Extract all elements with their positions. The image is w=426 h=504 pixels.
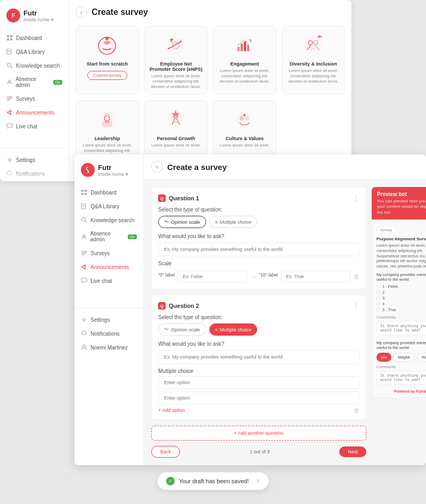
preview-title: Preview bot: [377, 191, 426, 197]
preview-options-list: 1 - False 2 3: [376, 284, 426, 312]
preview-powered-by: Powered by Futral: [376, 387, 426, 393]
template-card-enps[interactable]: Employee Net Promoter Score (eNPS) Lorem…: [144, 26, 208, 95]
preview-no-button[interactable]: No: [417, 353, 426, 362]
sidebar-item-surveys[interactable]: Surveys: [0, 92, 69, 105]
sidebar-item-dashboard[interactable]: Dashboard: [0, 31, 69, 45]
fg-sidebar-notifications[interactable]: Notifications: [75, 327, 143, 340]
preview-intro-text: Lorem ipsum dolor sit amet, consectetur …: [376, 243, 426, 269]
sidebar-item-settings[interactable]: Settings: [0, 153, 69, 167]
settings-icon: [6, 157, 13, 163]
question-card-2: Q Question 2 ⋮ Select the type of questi…: [151, 295, 366, 420]
fg-label-dashboard: Dashboard: [91, 190, 117, 196]
q2-ask-input[interactable]: [158, 350, 359, 364]
toast-close-button[interactable]: ×: [256, 477, 260, 485]
q2-add-option-button[interactable]: + Add option: [158, 408, 185, 413]
q1-multiple-choice-btn[interactable]: ≡ Multiple choice: [209, 216, 258, 228]
template-picker-main: ‹ Create survey Start from scratch Custo…: [69, 0, 351, 181]
fg-sidebar-announcements[interactable]: Announcements: [75, 260, 143, 274]
q1-scale-zero-input[interactable]: [178, 271, 247, 282]
q1-opinion-scale-btn[interactable]: 〜 Opinion scale: [158, 216, 206, 228]
fg-label-knowledge: Knowledge search: [91, 217, 134, 223]
sidebar-item-announcements[interactable]: Announcements: [0, 105, 69, 119]
fg-label-livechat: Live chat: [91, 278, 112, 284]
svg-line-52: [85, 221, 87, 223]
preview-q2-text: My company provides something useful to …: [376, 340, 426, 350]
fg-sidebar-settings[interactable]: Settings: [75, 313, 143, 327]
svg-point-30: [305, 36, 322, 53]
sidebar-item-user[interactable]: Noemi Martinez: [0, 181, 69, 181]
fg-back-button[interactable]: ‹: [151, 161, 163, 173]
fg-sidebar-qa[interactable]: Q&A Library: [75, 199, 143, 213]
custom-survey-button[interactable]: Custom survey: [87, 71, 127, 80]
svg-point-22: [171, 38, 173, 40]
q2-option-1-input[interactable]: [158, 376, 359, 389]
svg-rect-46: [81, 193, 84, 195]
q1-delete-button[interactable]: 🗑: [354, 273, 359, 280]
fg-sidebar-dashboard[interactable]: Dashboard: [75, 185, 143, 199]
fg-person-icon: [81, 233, 87, 240]
q2-delete-button[interactable]: 🗑: [354, 407, 359, 413]
svg-point-16: [9, 159, 11, 161]
fg-search-icon: [81, 217, 87, 223]
sidebar-item-knowledge[interactable]: Knowledge search: [0, 59, 69, 72]
q1-scale-ten-label: "10" label: [259, 272, 278, 278]
q2-type-label: Select the type of question:: [158, 314, 359, 320]
toast-notification: ✓ Your draft has been saved! ×: [157, 472, 269, 490]
svg-rect-55: [81, 253, 87, 254]
grid-icon: [6, 35, 13, 41]
svg-rect-3: [10, 38, 12, 40]
engagement-desc: Lorem ipsum dolor sit amet, consectetur …: [218, 68, 272, 84]
sidebar-item-notifications[interactable]: Notifications: [0, 167, 69, 181]
q1-more-button[interactable]: ⋮: [352, 194, 359, 202]
sidebar-item-livechat[interactable]: Live chat: [0, 119, 69, 133]
fg-sidebar-knowledge[interactable]: Knowledge search: [75, 213, 143, 227]
preview-maybe-button[interactable]: Maybe: [394, 353, 415, 362]
next-button[interactable]: Next: [339, 446, 366, 457]
preview-comments-input[interactable]: [376, 321, 426, 335]
sidebar-label-dashboard: Dashboard: [16, 35, 42, 41]
svg-point-58: [83, 319, 85, 321]
growth-icon: [160, 106, 192, 133]
engagement-icon: [229, 31, 261, 58]
fg-surveys-icon: [81, 250, 87, 256]
q2-opinion-scale-btn[interactable]: 〜 Opinion scale: [158, 323, 206, 336]
bg-brand-sub: Inside Acme ▾: [23, 17, 54, 22]
svg-rect-26: [241, 44, 243, 51]
engagement-name: Engagement: [218, 61, 272, 67]
q1-scale-ten-input[interactable]: [281, 271, 350, 282]
bg-page-header: ‹ Create survey: [76, 6, 345, 18]
svg-rect-12: [7, 100, 10, 101]
q2-multiple-choice-btn[interactable]: ≡ Multiple choice: [209, 323, 258, 336]
svg-point-41: [240, 116, 244, 120]
bg-back-button[interactable]: ‹: [76, 6, 87, 18]
preview-comments-label: Comments: [376, 315, 426, 320]
preview-option-3-label: 3: [382, 296, 384, 300]
add-question-button[interactable]: + Add another question: [151, 426, 366, 441]
growth-desc: Lorem ipsum dolor sit amet,: [149, 143, 203, 148]
q2-option-2-input[interactable]: [158, 392, 359, 404]
sidebar-label-surveys: Surveys: [16, 96, 35, 102]
person-icon: [6, 79, 12, 85]
fg-sidebar-absence[interactable]: Absence admin On: [75, 227, 143, 246]
template-card-engagement[interactable]: Engagement Lorem ipsum dolor sit amet, c…: [213, 26, 276, 95]
q2-more-button[interactable]: ⋮: [352, 302, 359, 310]
futr-logo-icon: F: [6, 9, 20, 22]
fg-sidebar-user[interactable]: Noemi Martinez: [75, 340, 143, 354]
preview-yes-button[interactable]: yes: [376, 353, 391, 362]
back-button[interactable]: Back: [151, 446, 180, 458]
sidebar-item-absence[interactable]: Absence admin On: [0, 72, 69, 92]
question-card-1: Q Question 1 ⋮ Select the type of questi…: [151, 187, 366, 289]
fg-sidebar-surveys[interactable]: Surveys: [75, 246, 143, 260]
svg-rect-15: [7, 124, 12, 127]
pagination-bar: Back 1 out of 3 Next: [151, 441, 366, 458]
template-card-scratch[interactable]: Start from scratch Custom survey: [76, 26, 139, 95]
q1-ask-input[interactable]: [158, 242, 359, 256]
svg-point-7: [7, 63, 11, 67]
fg-sidebar-livechat[interactable]: Live chat: [75, 274, 143, 288]
fg-label-announcements: Announcements: [91, 264, 129, 270]
leadership-icon: [92, 106, 124, 133]
template-card-diversity[interactable]: Diversity & Inclusion Lorem ipsum dolor …: [282, 26, 345, 95]
sidebar-item-qa[interactable]: Q&A Library: [0, 45, 69, 59]
svg-point-19: [105, 37, 109, 40]
preview-comments2-input[interactable]: [376, 371, 426, 385]
